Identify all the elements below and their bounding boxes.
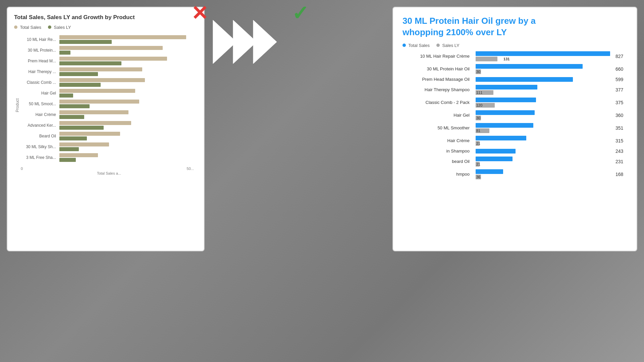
table-row: Hair Crème 21 315 bbox=[402, 136, 627, 146]
product-name: Prem Head Massage Oil bbox=[402, 77, 473, 82]
product-name: Hair Gel bbox=[402, 113, 473, 118]
total-sales-value: 360 bbox=[615, 113, 627, 118]
left-panel-title: Total Sales, Sales LY and Growth by Prod… bbox=[14, 14, 197, 21]
left-chart: 10 ML Hair Re... 30 ML Protein... Prem H… bbox=[21, 35, 197, 164]
product-label: Advanced Ker... bbox=[21, 123, 59, 128]
table-row: Classic Comb - 2 Pack 120 375 bbox=[402, 98, 627, 108]
total-sales-value: 827 bbox=[615, 54, 627, 59]
product-label: Hair Therepy ... bbox=[21, 69, 59, 74]
right-panel: 30 ML Protein Hair Oil grew by a whoppin… bbox=[392, 7, 637, 251]
right-chart: 10 ML Hair Repair Crème 131 827 30 ML Pr… bbox=[402, 51, 627, 179]
left-panel: Total Sales, Sales LY and Growth by Prod… bbox=[7, 7, 205, 251]
table-row: Hair Gel bbox=[21, 89, 197, 98]
table-row: Beard Oil bbox=[21, 132, 197, 140]
table-row: 30 ML Protein... bbox=[21, 46, 197, 55]
table-row: Prem Head Massage Oil 599 bbox=[402, 77, 627, 82]
total-sales-value: 243 bbox=[615, 148, 627, 154]
product-name: 50 ML Smoother bbox=[402, 125, 473, 130]
legend-total-sales-left: Total Sales bbox=[14, 25, 41, 30]
total-sales-value: 168 bbox=[615, 172, 627, 177]
total-sales-value: 660 bbox=[615, 66, 627, 72]
product-label: 3 ML Free Sha... bbox=[21, 155, 59, 160]
x-mark-icon: ✕ bbox=[191, 3, 208, 23]
table-row: 50 ML Smoot... bbox=[21, 100, 197, 108]
table-row: 10 ML Hair Re... bbox=[21, 35, 197, 44]
x-axis-mid: 50... bbox=[187, 167, 194, 171]
total-sales-value: 375 bbox=[615, 100, 627, 105]
total-sales-value: 315 bbox=[615, 138, 627, 143]
total-sales-value: 599 bbox=[615, 77, 627, 82]
product-name: Classic Comb - 2 Pack bbox=[402, 100, 473, 105]
x-axis-label: Total Sales a... bbox=[21, 171, 197, 175]
check-mark-icon: ✓ bbox=[292, 3, 309, 23]
table-row: 3 ML Free Sha... bbox=[21, 153, 197, 162]
left-legend: Total Sales Sales LY bbox=[14, 25, 197, 30]
product-label: Beard Oil bbox=[21, 134, 59, 138]
table-row: Hair Crème bbox=[21, 110, 197, 119]
product-name: 30 ML Protein Hair Oil bbox=[402, 66, 473, 71]
total-sales-value: 351 bbox=[615, 125, 627, 131]
product-label: 50 ML Smoot... bbox=[21, 102, 59, 106]
product-label: Classic Comb ... bbox=[21, 80, 59, 85]
legend-dot-tan bbox=[14, 25, 17, 29]
y-axis-label: Product bbox=[15, 98, 20, 112]
table-row: hmpoo 36 168 bbox=[402, 169, 627, 179]
right-panel-heading: 30 ML Protein Hair Oil grew by a whoppin… bbox=[402, 15, 627, 38]
legend-circle-gray bbox=[436, 44, 440, 47]
product-label: 10 ML Hair Re... bbox=[21, 37, 59, 42]
product-name: Hair Crème bbox=[402, 138, 473, 143]
table-row: Classic Comb ... bbox=[21, 78, 197, 87]
product-name: hmpoo bbox=[402, 172, 473, 177]
x-axis-zero: 0 bbox=[21, 167, 23, 171]
table-row: Hair Gel 30 360 bbox=[402, 110, 627, 120]
product-label: 30 ML Silky Sh... bbox=[21, 144, 59, 149]
product-label: 30 ML Protein... bbox=[21, 48, 59, 53]
chevron-arrows bbox=[208, 17, 285, 67]
product-name: beard Oil bbox=[402, 159, 473, 164]
legend-sales-ly-left: Sales LY bbox=[48, 25, 71, 30]
table-row: Hair Therepy Shampoo 111 377 bbox=[402, 85, 627, 95]
table-row: Hair Therepy ... bbox=[21, 67, 197, 76]
table-row: 30 ML Silky Sh... bbox=[21, 142, 197, 151]
table-row: Advanced Ker... bbox=[21, 121, 197, 130]
right-legend: Total Sales Sales LY bbox=[402, 43, 627, 48]
product-name: in Shampoo bbox=[402, 148, 473, 154]
table-row: beard Oil 21 231 bbox=[402, 157, 627, 167]
table-row: in Shampoo 243 bbox=[402, 148, 627, 154]
product-label: Hair Crème bbox=[21, 112, 59, 117]
table-row: Prem Head M... bbox=[21, 57, 197, 65]
table-row: 50 ML Smoother 81 351 bbox=[402, 123, 627, 133]
legend-sales-ly-right: Sales LY bbox=[436, 43, 460, 48]
svg-marker-2 bbox=[253, 20, 277, 64]
total-sales-value: 377 bbox=[615, 87, 627, 93]
legend-dot-olive bbox=[48, 25, 51, 29]
product-label: Hair Gel bbox=[21, 91, 59, 96]
product-name: 10 ML Hair Repair Crème bbox=[402, 54, 473, 59]
product-name: Hair Therepy Shampoo bbox=[402, 87, 473, 92]
table-row: 10 ML Hair Repair Crème 131 827 bbox=[402, 51, 627, 61]
total-sales-value: 231 bbox=[615, 159, 627, 164]
legend-circle-blue bbox=[402, 44, 406, 47]
legend-total-sales-right: Total Sales bbox=[402, 43, 430, 48]
table-row: 30 ML Protein Hair Oil 30 660 bbox=[402, 64, 627, 74]
product-label: Prem Head M... bbox=[21, 59, 59, 63]
